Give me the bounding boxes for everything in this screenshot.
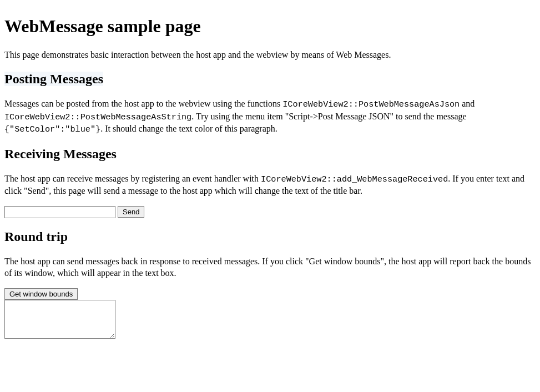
- bounds-group: Get window bounds: [4, 288, 536, 339]
- intro-paragraph: This page demonstrates basic interaction…: [4, 49, 536, 61]
- receiving-heading: Receiving Messages: [4, 147, 536, 162]
- receiving-paragraph: The host app can receive messages by reg…: [4, 173, 536, 197]
- posting-paragraph: Messages can be posted from the host app…: [4, 98, 536, 135]
- receiving-text-a: The host app can receive messages by reg…: [4, 174, 261, 183]
- roundtrip-paragraph: The host app can send messages back in r…: [4, 255, 536, 279]
- posting-heading: Posting Messages: [4, 72, 536, 87]
- posting-text-d: . It should change the text color of thi…: [100, 124, 277, 133]
- posting-heading-text: Posting Messages: [4, 72, 103, 86]
- message-input[interactable]: [4, 206, 115, 218]
- roundtrip-heading: Round trip: [4, 229, 536, 244]
- page-title: WebMessage sample page: [4, 16, 536, 37]
- send-row: Send: [4, 206, 536, 218]
- posting-code-2: ICoreWebView2::PostWebMessageAsString: [4, 112, 191, 122]
- posting-text-a: Messages can be posted from the host app…: [4, 99, 282, 108]
- bounds-output-textarea[interactable]: [4, 300, 115, 339]
- posting-code-1: ICoreWebView2::PostWebMessageAsJson: [282, 99, 460, 109]
- receiving-code-1: ICoreWebView2::add_WebMessageReceived: [261, 174, 448, 184]
- posting-text-b: and: [460, 99, 475, 108]
- posting-text-c: . Try using the menu item "Script->Post …: [191, 112, 466, 121]
- send-button[interactable]: Send: [118, 206, 144, 218]
- get-window-bounds-button[interactable]: Get window bounds: [4, 288, 78, 300]
- posting-code-3: {"SetColor":"blue"}: [4, 124, 100, 134]
